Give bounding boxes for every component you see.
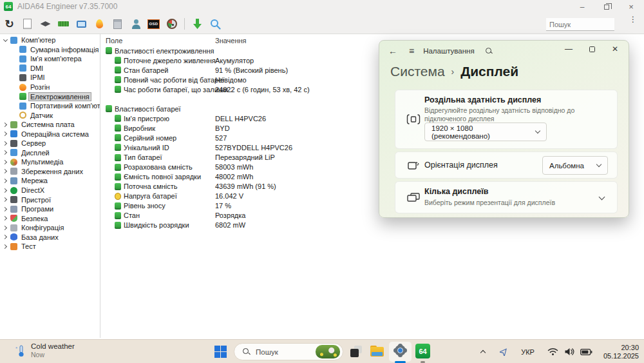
tree-chevron-icon[interactable] bbox=[3, 215, 8, 221]
tree-chevron-icon[interactable] bbox=[3, 122, 8, 128]
task-view-button[interactable] bbox=[350, 346, 363, 358]
tree-item[interactable]: Дисплей bbox=[0, 148, 100, 158]
tree-item[interactable]: Мультимедіа bbox=[0, 157, 100, 167]
tree-item[interactable]: Портативний комп'ютер bbox=[0, 101, 100, 111]
weather-widget[interactable]: * Cold weather Now bbox=[15, 342, 75, 358]
tree-item[interactable]: Комп'ютер bbox=[0, 35, 100, 45]
battery-icon[interactable] bbox=[580, 348, 592, 356]
expand-chevron-icon[interactable] bbox=[599, 194, 605, 201]
restore-button[interactable] bbox=[599, 2, 614, 12]
row-icon bbox=[115, 66, 121, 74]
tree-item[interactable]: Датчик bbox=[0, 110, 100, 120]
tree-chevron-icon[interactable] bbox=[3, 244, 8, 250]
tree-item[interactable]: Електроживлення bbox=[0, 92, 100, 101]
aida-search-input[interactable] bbox=[546, 18, 614, 31]
tree-chevron-icon[interactable] bbox=[3, 168, 8, 174]
tree-item[interactable]: DirectX bbox=[0, 186, 100, 195]
back-button[interactable]: ← bbox=[388, 46, 397, 56]
chevron-down-icon bbox=[596, 162, 601, 167]
language-indicator[interactable]: УКР bbox=[521, 348, 535, 356]
tree-item[interactable]: IPMI bbox=[0, 73, 100, 83]
memory-button[interactable] bbox=[57, 16, 70, 32]
clock[interactable]: 20:30 05.12.2025 bbox=[603, 344, 639, 360]
tree-item[interactable]: Сервер bbox=[0, 139, 100, 148]
settings-close-button[interactable]: ✕ bbox=[608, 43, 622, 55]
tree-chevron-icon[interactable] bbox=[3, 225, 8, 231]
tree-chevron-icon[interactable] bbox=[3, 197, 8, 202]
devices-list-button[interactable] bbox=[111, 16, 124, 32]
report-button[interactable] bbox=[21, 16, 34, 32]
row-icon bbox=[115, 222, 121, 229]
start-button[interactable] bbox=[214, 346, 227, 358]
weather-title: Cold weather bbox=[31, 342, 75, 350]
file-explorer-button[interactable] bbox=[370, 346, 384, 357]
aida64-logo-icon: 64 bbox=[4, 2, 13, 11]
tree-item-icon bbox=[10, 206, 17, 213]
refresh-button[interactable]: ↻ bbox=[3, 16, 16, 32]
tree-item[interactable]: DMI bbox=[0, 64, 100, 74]
breadcrumb-system[interactable]: Система bbox=[390, 64, 445, 79]
aida64-toolbar: ↻ OSD bbox=[3, 14, 222, 34]
speaker-icon[interactable] bbox=[564, 348, 574, 356]
hidden-icons-button[interactable] bbox=[480, 349, 486, 355]
wifi-icon[interactable] bbox=[547, 348, 558, 356]
multiple-displays-card[interactable]: Кілька дисплеїв Виберіть режим презентац… bbox=[395, 181, 618, 213]
tree-item[interactable]: Ім'я комп'ютера bbox=[0, 54, 100, 64]
menu-icon[interactable]: ≡ bbox=[409, 46, 414, 56]
sensor-panel-button[interactable] bbox=[165, 16, 178, 32]
tree-item[interactable]: Системна плата bbox=[0, 120, 100, 130]
tree-item-icon bbox=[19, 64, 26, 72]
tree-chevron-icon[interactable] bbox=[3, 37, 8, 43]
tree-chevron-icon[interactable] bbox=[3, 178, 8, 184]
tree-item[interactable]: База даних bbox=[0, 232, 100, 242]
aida64-taskbar-button[interactable]: 64 bbox=[415, 344, 430, 358]
tree-chevron-icon[interactable] bbox=[3, 206, 8, 212]
tree-chevron-icon[interactable] bbox=[3, 150, 8, 155]
field-column-header[interactable]: Поле bbox=[106, 37, 122, 44]
search-highlight-image[interactable] bbox=[316, 345, 340, 358]
row-icon bbox=[115, 193, 121, 200]
user-button[interactable] bbox=[129, 16, 142, 32]
settings-titlebar[interactable]: ← ≡ Налаштування — ✕ bbox=[379, 41, 629, 61]
tree-item[interactable]: Тест bbox=[0, 242, 100, 251]
tree-chevron-icon[interactable] bbox=[3, 234, 8, 240]
settings-search-icon[interactable] bbox=[485, 47, 493, 55]
motherboard-button[interactable] bbox=[39, 16, 52, 32]
settings-maximize-button[interactable] bbox=[585, 43, 599, 55]
toolbar-overflow-button[interactable]: ⋮ bbox=[629, 17, 638, 32]
tree-item[interactable]: Конфігурація bbox=[0, 223, 100, 233]
row-icon bbox=[115, 144, 121, 151]
tree-chevron-icon[interactable] bbox=[3, 141, 8, 146]
display-button[interactable] bbox=[75, 16, 88, 32]
taskbar-search[interactable]: Пошук bbox=[234, 343, 343, 360]
tree-item[interactable]: Безпека bbox=[0, 213, 100, 223]
tree-chevron-icon[interactable] bbox=[3, 159, 8, 165]
download-button[interactable] bbox=[191, 16, 204, 32]
orientation-dropdown[interactable]: Альбомна bbox=[542, 156, 608, 175]
value-column-header[interactable]: Значення bbox=[215, 37, 247, 44]
tree-item[interactable]: Пристрої bbox=[0, 195, 100, 204]
settings-minimize-button[interactable]: — bbox=[562, 43, 576, 55]
table-row[interactable]: Швидкість розрядки 6802 mW bbox=[101, 221, 644, 230]
tree-item-label: DMI bbox=[29, 64, 44, 72]
close-button[interactable]: × bbox=[623, 2, 639, 12]
tree-item[interactable]: Мережа bbox=[0, 176, 100, 186]
tree-chevron-icon[interactable] bbox=[3, 188, 8, 193]
tree-chevron-icon[interactable] bbox=[3, 131, 8, 137]
value-cell: 527 bbox=[215, 134, 227, 142]
osd-button[interactable]: OSD bbox=[147, 16, 160, 32]
field-cell: Розрахована ємність bbox=[124, 163, 193, 171]
location-icon[interactable] bbox=[500, 348, 508, 356]
tree-item[interactable]: Збереження даних bbox=[0, 167, 100, 177]
tree-item[interactable]: Сумарна інформація bbox=[0, 45, 100, 55]
minimize-button[interactable]: – bbox=[574, 2, 590, 12]
field-cell: Стан батарей bbox=[124, 66, 168, 74]
aida64-titlebar[interactable]: 64 AIDA64 Engineer v7.35.7000 – × bbox=[0, 0, 644, 13]
tree-item[interactable]: Розгін bbox=[0, 83, 100, 92]
resolution-dropdown[interactable]: 1920 × 1080 (рекомендовано) bbox=[424, 123, 547, 141]
tree-item[interactable]: Операційна система bbox=[0, 129, 100, 139]
tree-item[interactable]: Програми bbox=[0, 204, 100, 214]
find-button[interactable] bbox=[209, 16, 222, 32]
settings-taskbar-button[interactable] bbox=[389, 342, 412, 362]
burn-in-button[interactable] bbox=[93, 16, 106, 32]
